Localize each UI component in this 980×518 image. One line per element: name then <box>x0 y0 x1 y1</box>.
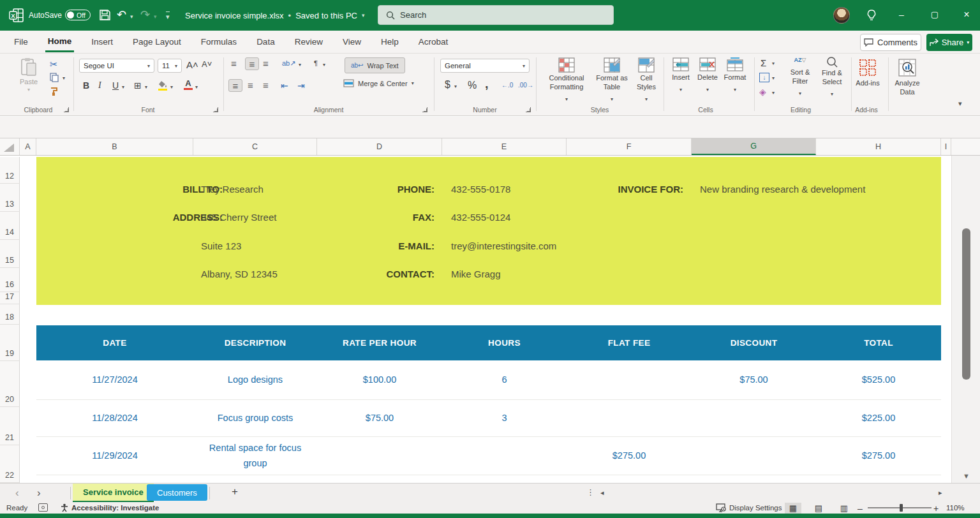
avatar[interactable] <box>833 7 850 24</box>
decrease-decimal-icon[interactable]: .00→ <box>518 82 533 89</box>
display-settings-label[interactable]: Display Settings <box>729 504 782 512</box>
clear-dropdown-icon[interactable]: ▾ <box>772 90 775 96</box>
sheet-tab-service-invoice[interactable]: Service invoice <box>73 484 154 503</box>
column-header-a[interactable]: A <box>20 138 36 155</box>
cell-description[interactable]: Rental space for focus group <box>193 441 317 471</box>
select-all-corner[interactable] <box>0 138 20 155</box>
tab-file[interactable]: File <box>11 31 31 52</box>
increase-font-icon[interactable]: A˄ <box>186 59 198 70</box>
minimize-button[interactable]: – <box>892 10 911 20</box>
font-name-combo[interactable]: Segoe UI ▾ <box>79 59 154 73</box>
row-header-20[interactable]: 20 <box>0 361 20 407</box>
view-page-layout-button[interactable]: ▤ <box>810 503 827 514</box>
number-format-combo[interactable]: General ▾ <box>440 59 530 73</box>
next-sheet-icon[interactable]: › <box>37 487 41 500</box>
fill-dropdown-icon[interactable]: ▾ <box>772 75 775 81</box>
row-header-16[interactable]: 16 <box>0 268 20 292</box>
cell-rate[interactable]: $75.00 <box>317 411 442 426</box>
row-header-19[interactable]: 19 <box>0 325 20 361</box>
column-header-g[interactable]: G <box>692 138 816 155</box>
cell-rate[interactable]: $100.00 <box>317 373 442 388</box>
autosave-toggle[interactable]: Off <box>65 10 91 20</box>
align-left-icon[interactable]: ≡ <box>228 79 242 92</box>
increase-indent-icon[interactable]: ⇥ <box>297 80 305 91</box>
conditional-formatting-button[interactable]: Conditional Formatting ▾ <box>541 57 592 103</box>
accounting-dropdown-icon[interactable]: ▾ <box>454 84 457 89</box>
clipboard-dialog-launcher[interactable] <box>64 107 69 112</box>
document-title[interactable]: Service invoice simple.xlsx • Saved to t… <box>185 0 365 31</box>
tab-data[interactable]: Data <box>254 31 278 52</box>
format-as-table-button[interactable]: Format as Table ▾ <box>593 57 630 103</box>
row-header-15[interactable]: 15 <box>0 240 20 268</box>
save-icon[interactable] <box>99 9 111 21</box>
find-select-button[interactable]: Find & Select ▾ <box>818 56 846 98</box>
view-page-break-button[interactable]: ▥ <box>836 503 852 514</box>
customize-qat-icon[interactable]: ▾ <box>166 11 170 21</box>
invoice-for-value[interactable]: New branding research & development <box>700 181 865 198</box>
alignment-dialog-launcher[interactable] <box>422 107 427 112</box>
copy-dropdown-icon[interactable]: ▾ <box>63 75 65 81</box>
cell-date[interactable]: 11/27/2024 <box>36 373 193 388</box>
cell-styles-button[interactable]: Cell Styles ▾ <box>632 57 661 103</box>
comments-button[interactable]: Comments <box>860 34 921 51</box>
collapse-ribbon-icon[interactable]: ▾ <box>958 100 962 108</box>
cell-total[interactable]: $525.00 <box>816 373 941 388</box>
wrap-text-button[interactable]: ab↩ Wrap Text <box>345 57 405 73</box>
text-direction-dropdown-icon[interactable]: ▾ <box>323 62 325 68</box>
sheet-tab-customers[interactable]: Customers <box>147 484 207 501</box>
comma-style-icon[interactable]: , <box>485 77 489 91</box>
increase-decimal-icon[interactable]: ←.0 <box>501 82 513 89</box>
zoom-in-button[interactable]: + <box>933 503 939 514</box>
percent-style-icon[interactable]: % <box>468 80 477 91</box>
column-header-c[interactable]: C <box>193 138 317 155</box>
column-header-b[interactable]: B <box>36 138 193 155</box>
cell-description[interactable]: Logo designs <box>193 373 317 388</box>
header-date[interactable]: DATE <box>36 338 193 348</box>
hscroll-left-icon[interactable]: ◂ <box>600 489 604 497</box>
row-header-21[interactable]: 21 <box>0 407 20 445</box>
zoom-out-button[interactable]: – <box>858 503 863 514</box>
tab-page-layout[interactable]: Page Layout <box>130 31 184 52</box>
tab-insert[interactable]: Insert <box>89 31 115 52</box>
close-button[interactable]: × <box>957 9 976 20</box>
header-description[interactable]: DESCRIPTION <box>193 338 317 348</box>
prev-sheet-icon[interactable]: ‹ <box>15 487 19 500</box>
fill-color-dropdown-icon[interactable]: ▾ <box>170 84 173 90</box>
macro-record-icon[interactable] <box>38 503 48 512</box>
bill-to-value[interactable]: Trey Research <box>201 181 264 198</box>
contact-value[interactable]: Mike Gragg <box>451 265 501 283</box>
invoice-header-block[interactable]: BILL TO: Trey Research ADDRESS: 345 Cher… <box>36 157 941 305</box>
scroll-down-icon[interactable]: ▼ <box>952 472 980 480</box>
align-top-icon[interactable]: ≡ <box>231 59 237 68</box>
column-header-e[interactable]: E <box>442 138 567 155</box>
add-sheet-button[interactable]: + <box>232 485 238 498</box>
delete-cells-button[interactable]: Delete ▾ <box>695 57 720 94</box>
cell-hours[interactable]: 6 <box>442 373 567 388</box>
header-rate-per-hour[interactable]: RATE PER HOUR <box>317 338 442 348</box>
lightbulb-icon[interactable] <box>866 9 877 22</box>
borders-dropdown-icon[interactable]: ▾ <box>145 84 147 90</box>
autosum-dropdown-icon[interactable]: ▾ <box>772 61 775 66</box>
excel-app-icon[interactable]: X <box>9 8 24 23</box>
column-header-h[interactable]: H <box>816 138 941 155</box>
tab-help[interactable]: Help <box>378 31 401 52</box>
phone-value[interactable]: 432-555-0178 <box>451 181 510 198</box>
column-header-f[interactable]: F <box>567 138 692 155</box>
header-hours[interactable]: HOURS <box>442 338 567 348</box>
format-painter-icon[interactable] <box>50 87 60 96</box>
accessibility-status[interactable]: Accessibility: Investigate <box>71 504 159 512</box>
search-box[interactable]: Search <box>378 5 614 25</box>
decrease-font-icon[interactable]: A˅ <box>202 59 212 69</box>
vertical-scroll-thumb[interactable] <box>962 228 970 380</box>
header-flat-fee[interactable]: FLAT FEE <box>567 338 692 348</box>
insert-cells-button[interactable]: Insert ▾ <box>669 57 693 94</box>
align-center-icon[interactable]: ≡ <box>248 80 253 90</box>
column-header-d[interactable]: D <box>317 138 442 155</box>
view-normal-button[interactable]: ▦ <box>785 503 801 514</box>
number-dialog-launcher[interactable] <box>526 107 531 112</box>
cell-total[interactable]: $275.00 <box>816 448 941 464</box>
row-header-22[interactable]: 22 <box>0 445 20 483</box>
align-right-icon[interactable]: ≡ <box>263 80 269 90</box>
address-line-2[interactable]: Suite 123 <box>201 237 241 255</box>
clear-icon[interactable]: ◈ <box>759 87 766 97</box>
